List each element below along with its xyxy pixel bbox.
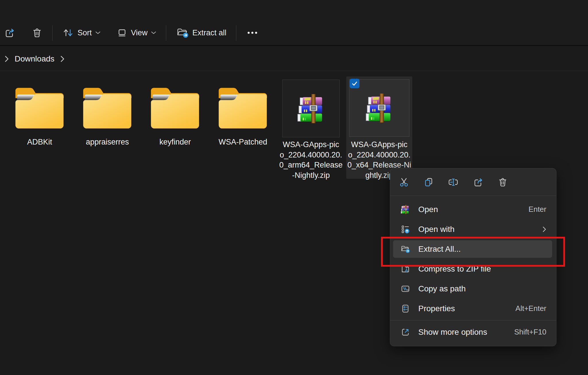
sort-label: Sort xyxy=(78,28,92,37)
folder-item-adbkit[interactable]: ADBKit xyxy=(6,78,74,147)
rename-button[interactable] xyxy=(445,174,461,190)
see-more-button[interactable] xyxy=(243,24,262,41)
copy-as-path-icon xyxy=(401,284,410,294)
file-explorer-window: Sort View xyxy=(0,0,588,375)
rename-icon xyxy=(448,177,459,187)
breadcrumb: Downloads xyxy=(0,47,588,71)
extract-all-icon xyxy=(176,27,189,39)
menu-items: Open Enter Open with xyxy=(390,196,556,342)
extract-all-label: Extract all xyxy=(192,28,227,37)
context-menu: Open Enter Open with xyxy=(390,168,556,346)
folder-icon xyxy=(81,84,134,129)
quick-actions-row xyxy=(390,168,556,196)
trash-icon xyxy=(498,177,508,187)
menu-item-properties[interactable]: Properties Alt+Enter xyxy=(390,299,556,318)
archive-label-arm64[interactable]: WSA-GApps-pic o_2204.40000.20. 0_arm64_R… xyxy=(276,140,345,180)
menu-item-open[interactable]: Open Enter xyxy=(390,199,556,219)
command-bar: Sort View xyxy=(0,0,588,46)
show-more-options-icon xyxy=(401,327,410,337)
shortcut-hint: Enter xyxy=(529,205,546,214)
sort-icon xyxy=(62,27,74,38)
toolbar-divider xyxy=(52,25,53,41)
folder-label: appraiserres xyxy=(86,137,129,147)
folder-icon xyxy=(216,84,269,129)
share-icon xyxy=(4,27,15,38)
menu-item-extract-all[interactable]: Extract All... xyxy=(390,239,556,259)
copy-button[interactable] xyxy=(421,174,437,190)
view-button[interactable]: View xyxy=(114,24,159,41)
extract-all-icon xyxy=(401,244,410,254)
toolbar-divider xyxy=(236,25,236,41)
folder-label: ADBKit xyxy=(27,137,52,147)
folder-item-keyfinder[interactable]: keyfinder xyxy=(141,78,209,147)
delete-button[interactable] xyxy=(29,24,45,41)
submenu-chevron-icon xyxy=(542,226,546,233)
folder-label: WSA-Patched xyxy=(218,137,267,147)
delete-button[interactable] xyxy=(495,174,511,190)
menu-item-compress-zip[interactable]: Compress to ZIP file xyxy=(390,259,556,279)
sort-button[interactable]: Sort xyxy=(59,24,103,41)
folder-label: keyfinder xyxy=(159,137,191,147)
breadcrumb-current[interactable]: Downloads xyxy=(15,54,55,64)
menu-item-copy-as-path[interactable]: Copy as path xyxy=(390,279,556,299)
extract-all-toolbar-button[interactable]: Extract all xyxy=(173,24,229,41)
archive-item-arm64[interactable] xyxy=(282,80,340,137)
winrar-icon xyxy=(365,93,394,123)
compress-zip-icon xyxy=(401,264,410,274)
share-button[interactable] xyxy=(470,174,486,190)
menu-item-open-with[interactable]: Open with xyxy=(390,219,556,239)
open-with-icon xyxy=(401,224,410,234)
toolbar-divider xyxy=(166,25,166,41)
winrar-icon xyxy=(296,94,326,123)
folder-icon xyxy=(13,84,66,129)
more-icon xyxy=(246,27,259,38)
check-icon xyxy=(351,81,358,86)
menu-item-show-more-options[interactable]: Show more options Shift+F10 xyxy=(390,322,556,342)
properties-icon xyxy=(401,304,410,314)
chevron-right-icon[interactable] xyxy=(60,55,65,63)
winrar-icon xyxy=(401,205,410,214)
share-icon xyxy=(473,177,483,187)
copy-icon xyxy=(423,177,434,187)
view-icon xyxy=(117,27,127,38)
selection-checkbox[interactable] xyxy=(350,79,359,88)
chevron-right-icon[interactable] xyxy=(5,55,9,63)
share-button[interactable] xyxy=(1,24,18,41)
chevron-down-icon xyxy=(151,31,156,34)
cut-icon xyxy=(399,177,409,187)
folder-item-appraiserres[interactable]: appraiserres xyxy=(74,78,141,147)
view-label: View xyxy=(131,28,148,37)
folder-icon xyxy=(149,84,202,129)
menu-divider xyxy=(390,320,556,320)
folder-item-wsa-patched[interactable]: WSA-Patched xyxy=(209,78,277,147)
trash-icon xyxy=(32,27,42,38)
chevron-down-icon xyxy=(95,31,100,34)
cut-button[interactable] xyxy=(396,174,412,190)
